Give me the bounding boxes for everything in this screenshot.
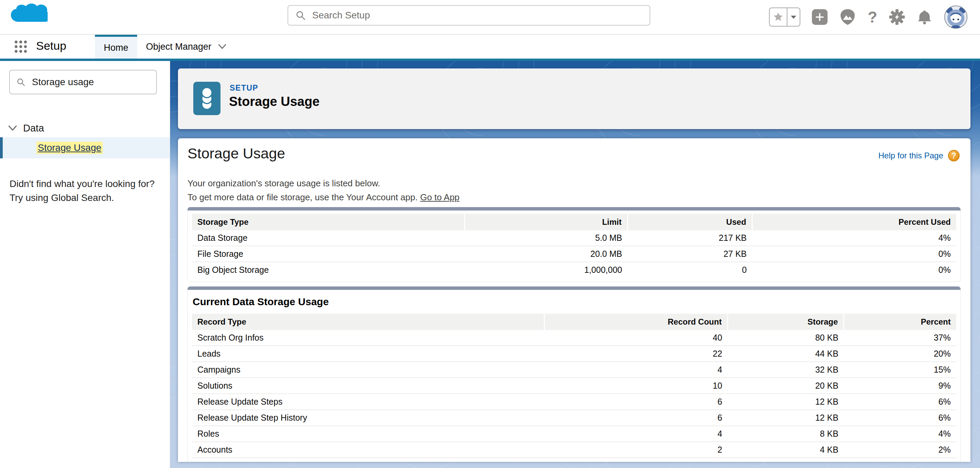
user-avatar[interactable]: [944, 5, 968, 29]
column-header: Percent Used: [752, 214, 956, 230]
quick-find-box: [9, 70, 157, 94]
app-name-label: Setup: [36, 39, 66, 53]
cell: 6: [544, 394, 727, 410]
cell: 6%: [844, 410, 956, 426]
setup-gear-icon[interactable]: [889, 9, 905, 25]
favorites-dropdown-icon[interactable]: [787, 8, 800, 26]
cell: 27 KB: [627, 246, 752, 262]
intro-line2-text: To get more data or file storage, use th…: [188, 192, 420, 202]
table-row: Release Update Step History612 KB6%: [192, 410, 956, 426]
cell: 22: [544, 346, 727, 362]
table-row: EOS Type24 KB2%: [192, 458, 956, 462]
storage-limits-table: Storage TypeLimitUsedPercent UsedData St…: [192, 214, 956, 278]
global-search-input[interactable]: [312, 10, 646, 21]
column-header: Percent: [844, 314, 956, 330]
global-header: ?: [0, 0, 980, 34]
setup-banner-card: SETUP Storage Usage: [178, 69, 970, 129]
cell: Leads: [192, 346, 544, 362]
column-header: Storage: [727, 314, 843, 330]
table-row: Accounts24 KB2%: [192, 442, 956, 458]
help-icon[interactable]: ?: [868, 9, 877, 25]
table-row: Leads2244 KB20%: [192, 346, 956, 362]
cell: Solutions: [192, 378, 544, 394]
block-body: Storage TypeLimitUsedPercent UsedData St…: [188, 211, 961, 282]
block-body: Current Data Storage Usage Record TypeRe…: [188, 290, 961, 462]
cell: 12 KB: [727, 410, 843, 426]
cell: 2: [544, 458, 727, 462]
chevron-down-icon: [218, 44, 226, 50]
cell: 20%: [844, 346, 956, 362]
cell: 40: [544, 330, 727, 346]
sidebar-help-text: Didn't find what you're looking for? Try…: [10, 177, 159, 205]
quick-find-input[interactable]: [31, 76, 153, 88]
global-actions-plus-icon[interactable]: [812, 9, 827, 25]
brand-underline: [0, 59, 980, 61]
cell: Accounts: [192, 442, 544, 458]
setup-sidebar: Data Storage Usage Didn't find what you'…: [0, 61, 170, 468]
cell: 0%: [752, 246, 956, 262]
block-header-bar: [188, 207, 961, 211]
page-title: Storage Usage: [188, 145, 285, 162]
storage-limits-block: Storage TypeLimitUsedPercent UsedData St…: [188, 207, 961, 282]
intro-text: Your organization's storage usage is lis…: [188, 176, 460, 204]
setup-nav-bar: Setup Home Object Manager: [0, 35, 980, 59]
cell: 4 KB: [727, 458, 843, 462]
block-header-bar: [188, 286, 961, 290]
cell: 20.0 MB: [465, 246, 627, 262]
favorites-button[interactable]: [769, 8, 800, 27]
table-row: Campaigns432 KB15%: [192, 362, 956, 378]
cell: Release Update Steps: [192, 394, 544, 410]
cell: 0: [627, 262, 752, 278]
favorites-star-icon[interactable]: [770, 8, 787, 26]
cell: 44 KB: [727, 346, 843, 362]
salesforce-setup-screen: ?: [0, 0, 980, 468]
app-launcher-icon[interactable]: [14, 40, 27, 53]
database-icon: [199, 86, 215, 110]
help-text-line1: Didn't find what you're looking for?: [10, 177, 159, 191]
cell: Scratch Org Infos: [192, 330, 544, 346]
table-row: Roles48 KB4%: [192, 426, 956, 442]
cell: Release Update Step History: [192, 410, 544, 426]
storage-usage-link[interactable]: Storage Usage: [37, 142, 103, 154]
cell: 4: [544, 426, 727, 442]
cell: Data Storage: [192, 230, 465, 246]
banner-eyebrow: SETUP: [230, 83, 258, 93]
go-to-app-link[interactable]: Go to App: [420, 192, 460, 202]
cell: File Storage: [192, 246, 465, 262]
tab-home-label: Home: [104, 43, 128, 53]
cell: 6: [544, 410, 727, 426]
search-icon: [296, 10, 305, 21]
column-header: Limit: [465, 214, 627, 230]
tree-section-label: Data: [23, 123, 44, 134]
cell: Campaigns: [192, 362, 544, 378]
table-row: Release Update Steps612 KB6%: [192, 394, 956, 410]
table-row: Scratch Org Infos4080 KB37%: [192, 330, 956, 346]
chevron-down-icon[interactable]: [8, 125, 17, 131]
data-usage-table: Record TypeRecord CountStoragePercentScr…: [192, 314, 956, 462]
tab-home[interactable]: Home: [95, 35, 137, 59]
column-header: Storage Type: [192, 214, 465, 230]
intro-line2: To get more data or file storage, use th…: [188, 190, 460, 204]
cell: 37%: [844, 330, 956, 346]
column-header: Record Count: [544, 314, 727, 330]
guidance-center-icon[interactable]: [839, 8, 856, 26]
help-question-icon[interactable]: ?: [948, 150, 959, 161]
cell: 0%: [752, 262, 956, 278]
help-text-line2: Try using Global Search.: [10, 191, 159, 205]
block-title: Current Data Storage Usage: [192, 293, 956, 314]
tree-section-data[interactable]: Data: [0, 120, 170, 137]
cell: 217 KB: [627, 230, 752, 246]
cell: Roles: [192, 426, 544, 442]
cell: 4%: [752, 230, 956, 246]
cell: 15%: [844, 362, 956, 378]
cell: 2%: [844, 458, 956, 462]
sidebar-item-storage-usage[interactable]: Storage Usage: [0, 137, 170, 158]
tab-object-manager-label: Object Manager: [146, 42, 211, 52]
help-page-link[interactable]: Help for this Page: [878, 151, 943, 160]
cell: 32 KB: [727, 362, 843, 378]
storage-usage-tile: [193, 82, 221, 115]
notifications-bell-icon[interactable]: [917, 9, 932, 25]
cell: 2: [544, 442, 727, 458]
tab-object-manager[interactable]: Object Manager: [137, 35, 235, 59]
column-header: Record Type: [192, 314, 544, 330]
